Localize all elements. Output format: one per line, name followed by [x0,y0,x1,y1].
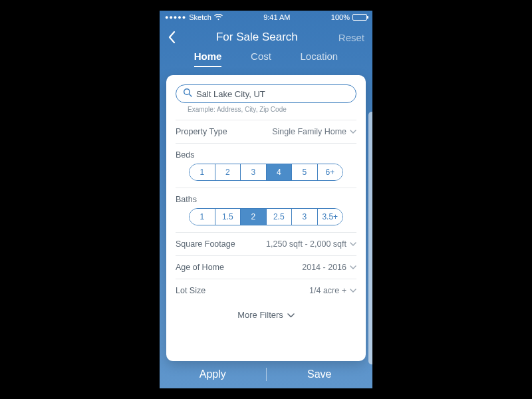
phone-screen: ●●●●● Sketch 9:41 AM 100% For Sale Searc… [160,11,372,388]
clock: 9:41 AM [263,13,290,21]
chevron-down-icon [350,265,356,269]
lot-label: Lot Size [176,286,205,295]
baths-option[interactable]: 3 [291,209,317,225]
more-filters-label: More Filters [237,310,283,320]
signal-dots-icon: ●●●●● [165,14,186,21]
chevron-down-icon [287,310,295,320]
beds-option[interactable]: 2 [215,164,241,180]
tab-home[interactable]: Home [194,51,222,67]
nav-bar: For Sale Search Reset [160,24,372,51]
sqft-label: Square Footage [176,239,235,249]
save-button[interactable]: Save [267,368,373,380]
chevron-down-icon [350,130,356,134]
property-type-row[interactable]: Property Type Single Family Home [176,120,356,143]
search-icon [183,88,192,100]
search-field[interactable] [176,84,356,103]
filter-card: Example: Address, City, Zip Code Propert… [166,75,366,361]
chevron-down-icon [350,242,356,246]
bottom-bar: Apply Save [160,360,372,388]
next-card-peek [368,112,372,364]
apply-button[interactable]: Apply [160,368,266,380]
beds-option[interactable]: 3 [240,164,266,180]
beds-option[interactable]: 1 [190,164,215,180]
beds-option[interactable]: 4 [266,164,292,180]
age-row[interactable]: Age of Home 2014 - 2016 [176,255,356,279]
baths-option[interactable]: 2 [240,209,266,225]
battery-percent: 100% [331,13,350,21]
sqft-row[interactable]: Square Footage 1,250 sqft - 2,000 sqft [176,232,356,255]
sqft-value: 1,250 sqft - 2,000 sqft [266,239,346,249]
status-bar: ●●●●● Sketch 9:41 AM 100% [160,11,372,24]
tab-location[interactable]: Location [300,51,338,67]
tabs: Home Cost Location [160,51,372,75]
lot-value: 1/4 acre + [309,286,346,295]
chevron-down-icon [350,289,356,293]
reset-button[interactable]: Reset [338,32,364,43]
beds-label: Beds [176,143,356,160]
battery-icon [352,14,367,21]
lot-row[interactable]: Lot Size 1/4 acre + [176,279,356,302]
property-type-value: Single Family Home [272,127,346,136]
age-value: 2014 - 2016 [302,263,346,272]
beds-segment: 123456+ [189,164,343,181]
baths-option[interactable]: 3.5+ [317,209,343,225]
carrier-label: Sketch [189,13,211,21]
beds-option[interactable]: 6+ [317,164,343,180]
baths-label: Baths [176,188,356,204]
baths-option[interactable]: 1 [190,209,215,225]
age-label: Age of Home [176,263,224,272]
baths-option[interactable]: 1.5 [215,209,241,225]
search-input[interactable] [196,89,349,99]
page-title: For Sale Search [216,31,298,44]
property-type-label: Property Type [176,127,227,136]
baths-option[interactable]: 2.5 [266,209,292,225]
svg-line-1 [190,94,192,97]
search-hint: Example: Address, City, Zip Code [188,106,356,113]
tab-cost[interactable]: Cost [251,51,271,67]
wifi-icon [214,14,223,21]
beds-option[interactable]: 5 [291,164,317,180]
baths-segment: 11.522.533.5+ [189,208,343,225]
back-icon[interactable] [168,31,176,44]
more-filters-button[interactable]: More Filters [176,302,356,320]
